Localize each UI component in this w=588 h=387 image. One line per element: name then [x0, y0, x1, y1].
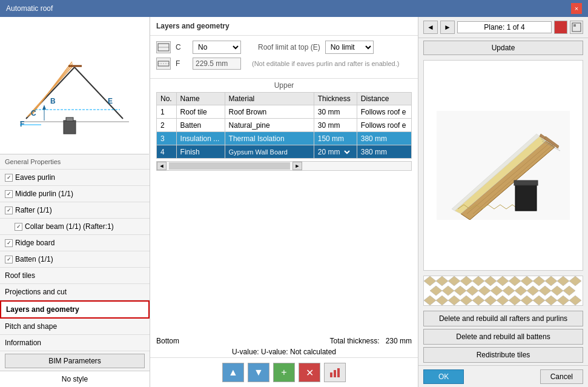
row2-no: 2 — [157, 119, 177, 132]
projections-cut-label: Projections and cut — [5, 288, 67, 296]
sidebar-item-rafter[interactable]: Rafter (1/1) — [0, 202, 150, 219]
c-row: C No Yes Roof limit at top (E) No limit … — [156, 41, 412, 54]
tile-pattern-preview — [423, 276, 583, 306]
right-actions: Delete and rebuild all rafters and purli… — [418, 308, 588, 365]
row4-no: 4 — [157, 145, 177, 159]
row3-thickness: 150 mm — [314, 132, 357, 145]
3d-preview-svg — [437, 111, 570, 220]
svg-text:C: C — [31, 109, 36, 117]
collar-beam-label: Collar beam (1/1) (Rafter:1) — [25, 222, 114, 231]
svg-rect-33 — [514, 180, 538, 185]
center-section-label: Layers and geometry — [150, 17, 418, 36]
row1-no: 1 — [157, 105, 177, 119]
update-button[interactable]: Update — [423, 41, 583, 55]
svg-rect-23 — [337, 368, 340, 377]
move-up-button[interactable]: ▲ — [222, 363, 244, 382]
table-row[interactable]: 3 Insulation ... Thermal Isolation 150 m… — [157, 132, 412, 145]
checkbox-collar-beam[interactable] — [15, 223, 22, 231]
c-label: C — [176, 43, 188, 51]
svg-rect-21 — [330, 372, 332, 377]
prev-plane-button[interactable]: ◄ — [423, 21, 438, 34]
sidebar-item-pitch-shape[interactable]: Pitch and shape — [0, 319, 150, 335]
bottom-label: Bottom — [156, 337, 179, 345]
delete-rafters-button[interactable]: Delete and rebuild all rafters and purli… — [423, 311, 583, 326]
checkbox-batten[interactable] — [5, 256, 13, 263]
checkbox-rafter[interactable] — [5, 207, 13, 214]
cancel-button[interactable]: Cancel — [540, 369, 583, 384]
close-button[interactable]: × — [571, 3, 582, 14]
sidebar-item-collar-beam[interactable]: Collar beam (1/1) (Rafter:1) — [0, 219, 150, 235]
checkbox-eaves-purlin[interactable] — [5, 174, 13, 182]
table-row[interactable]: 2 Batten Natural_pine 30 mm Follows roof… — [157, 119, 412, 132]
delete-button[interactable]: ✕ — [299, 363, 320, 382]
upper-label: Upper — [156, 79, 412, 92]
sidebar-item-ridge-board[interactable]: Ridge board — [0, 235, 150, 251]
right-3d-preview — [423, 60, 583, 271]
c-select[interactable]: No Yes — [193, 41, 241, 54]
redistribute-tiles-button[interactable]: Redistribute tiles — [423, 347, 583, 363]
row2-thickness: 30 mm — [314, 119, 357, 132]
nav-items: General Properties Eaves purlin Middle p… — [0, 154, 150, 351]
right-panel: ◄ ► Plane: 1 of 4 Update — [418, 17, 588, 387]
table-row[interactable]: 4 Finish 20 mm ▾ 380 mm — [157, 145, 412, 159]
sidebar-item-batten[interactable]: Batten (1/1) — [0, 251, 150, 268]
row4-material-input[interactable] — [229, 148, 308, 156]
row2-name: Batten — [176, 119, 225, 132]
rafter-label: Rafter (1/1) — [15, 206, 52, 214]
title-bar: Automatic roof × — [0, 0, 588, 17]
ok-button[interactable]: OK — [423, 369, 464, 384]
move-down-button[interactable]: ▼ — [248, 363, 269, 382]
view-icon[interactable] — [570, 21, 583, 34]
layers-geometry-label: Layers and geometry — [6, 305, 79, 314]
table-section: Upper No. Name Material Thickness Distan… — [150, 79, 418, 336]
sidebar-item-middle-purlin[interactable]: Middle purlin (1/1) — [0, 186, 150, 202]
svg-text:B: B — [50, 97, 56, 105]
table-row[interactable]: 1 Roof tile Roof Brown 30 mm Follows roo… — [157, 105, 412, 119]
tile-pattern-svg — [424, 276, 581, 305]
col-no: No. — [157, 93, 177, 105]
f-input[interactable] — [193, 58, 241, 70]
row3-material: Thermal Isolation — [225, 132, 314, 145]
center-panel: Layers and geometry C No Yes Roof limit … — [150, 17, 418, 387]
next-plane-button[interactable]: ► — [440, 21, 455, 34]
row4-distance: 380 mm — [357, 145, 411, 159]
add-button[interactable]: + — [273, 363, 295, 382]
thickness-dropdown[interactable]: ▾ — [342, 148, 352, 156]
pitch-shape-label: Pitch and shape — [5, 322, 57, 331]
roof-diagram: B E C F — [14, 25, 135, 146]
horizontal-scrollbar[interactable]: ◄ ► — [156, 161, 412, 171]
scrollbar-thumb[interactable] — [169, 162, 290, 170]
svg-rect-25 — [573, 24, 576, 27]
batten-label: Batten (1/1) — [15, 255, 53, 263]
ridge-board-label: Ridge board — [15, 239, 55, 247]
row1-material: Roof Brown — [225, 105, 314, 119]
sidebar-item-information[interactable]: Information — [0, 335, 150, 351]
c-layer-icon — [156, 41, 171, 53]
bottom-labels: Bottom Total thickness: 230 mm — [150, 336, 418, 346]
checkbox-ridge-board[interactable] — [5, 239, 13, 247]
left-panel: B E C F General Properties Eaves pur — [0, 17, 150, 387]
eaves-purlin-label: Eaves purlin — [15, 173, 55, 182]
sidebar-item-eaves-purlin[interactable]: Eaves purlin — [0, 170, 150, 186]
not-editable-text: (Not editable if eaves purlin and rafter… — [252, 60, 399, 67]
row1-distance: Follows roof e — [357, 105, 411, 119]
sidebar-item-layers-geometry[interactable]: Layers and geometry — [0, 300, 150, 319]
row2-distance: Follows roof e — [357, 119, 411, 132]
row3-distance: 380 mm — [357, 132, 411, 145]
col-distance: Distance — [357, 93, 411, 105]
checkbox-middle-purlin[interactable] — [5, 190, 13, 198]
delete-battens-button[interactable]: Delete and rebuild all battens — [423, 329, 583, 345]
chart-button[interactable] — [324, 363, 346, 382]
scroll-right-arrow[interactable]: ► — [292, 162, 302, 170]
row4-name: Finish — [176, 145, 225, 159]
general-properties-label: General Properties — [0, 154, 150, 170]
layers-section: C No Yes Roof limit at top (E) No limit … — [150, 36, 418, 79]
bim-params-button[interactable]: BIM Parameters — [5, 354, 145, 368]
information-label: Information — [5, 339, 41, 347]
sidebar-item-projections-cut[interactable]: Projections and cut — [0, 284, 150, 300]
sidebar-item-roof-tiles[interactable]: Roof tiles — [0, 268, 150, 284]
roof-limit-select[interactable]: No limit Limited — [325, 41, 374, 54]
no-style-label: No style — [0, 371, 150, 387]
scroll-left-arrow[interactable]: ◄ — [157, 162, 167, 170]
svg-line-2 — [74, 67, 123, 119]
